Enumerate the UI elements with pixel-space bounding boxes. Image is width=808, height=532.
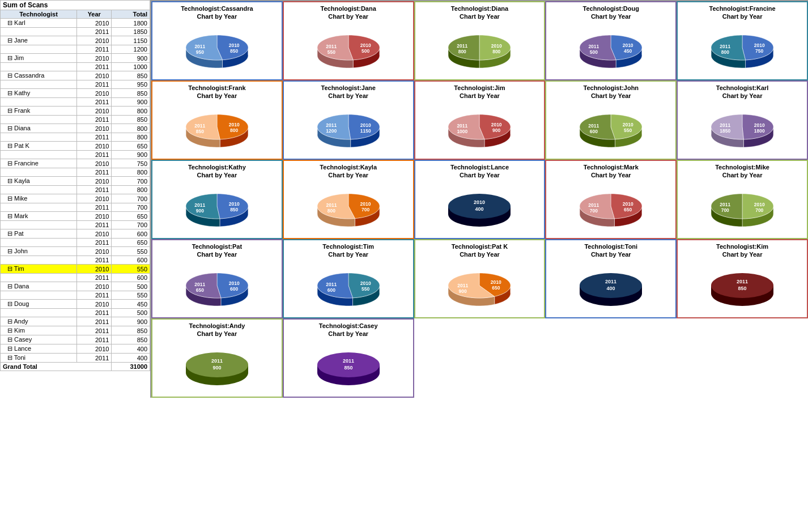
technologist-name: ⊟ Kathy [1, 89, 77, 98]
year-cell: 2011 [77, 186, 112, 194]
year-cell: 2011 [77, 317, 112, 326]
value-cell: 450 [112, 300, 150, 309]
table-row: ⊟ Andy2011900 [1, 317, 150, 326]
table-row: 2011800 [1, 168, 150, 177]
svg-text:2011: 2011 [194, 44, 205, 49]
svg-text:850: 850 [230, 48, 238, 54]
svg-text:800: 800 [721, 49, 729, 55]
year-cell: 2011 [77, 80, 112, 89]
year-cell: 2010 [77, 54, 112, 63]
year-cell: 2011 [77, 151, 112, 159]
empty-cell [1, 63, 77, 71]
table-row: 2011650 [1, 239, 150, 247]
year-cell: 2010 [77, 282, 112, 291]
year-cell: 2010 [77, 212, 112, 221]
table-row: ⊟ Pat K2010650 [1, 142, 150, 151]
chart-svg-container: 2011850 [680, 261, 805, 315]
table-row: ⊟ Mark2010650 [1, 212, 150, 221]
table-row: ⊟ Frank2010800 [1, 107, 150, 116]
technologist-name: ⊟ Dana [1, 282, 77, 291]
svg-text:800: 800 [230, 128, 238, 134]
svg-text:550: 550 [327, 49, 335, 55]
pivot-header-year[interactable]: Year [77, 10, 112, 19]
empty-cell [1, 274, 77, 282]
value-cell: 650 [112, 212, 150, 221]
svg-text:850: 850 [738, 286, 747, 291]
chart-svg-container: 20107002011700 [680, 182, 805, 236]
empty-cell [1, 309, 77, 317]
svg-text:800: 800 [493, 49, 501, 54]
svg-text:850: 850 [196, 129, 204, 134]
year-cell: 2010 [77, 177, 112, 186]
year-cell: 2011 [77, 63, 112, 71]
svg-text:800: 800 [328, 208, 335, 214]
chart-svg-container: 2011400 [548, 261, 673, 315]
year-cell: 2011 [77, 354, 112, 363]
chart-cell: Technologist:JohnChart by Year2010550201… [545, 80, 677, 160]
table-row: 2011600 [1, 256, 150, 265]
technologist-name: ⊟ Frank [1, 107, 77, 116]
svg-text:2010: 2010 [360, 42, 371, 48]
svg-text:800: 800 [458, 49, 466, 54]
table-row: ⊟ Diana2010800 [1, 124, 150, 133]
table-row: 2011700 [1, 221, 150, 229]
year-cell: 2011 [77, 291, 112, 300]
table-row: ⊟ Jim2010900 [1, 54, 150, 63]
year-cell: 2010 [77, 107, 112, 116]
pivot-header-technologist[interactable]: Technologist [1, 10, 77, 19]
table-row: ⊟ John2010550 [1, 247, 150, 256]
chart-cell: Technologist:JaneChart by Year2010115020… [283, 80, 414, 160]
pivot-table: Sum of ScansTechnologistYearTotal⊟ Karl2… [0, 0, 150, 371]
chart-cell: Technologist:KaylaChart by Year201070020… [283, 160, 414, 239]
empty-cell [1, 28, 77, 36]
table-row: ⊟ Pat2010600 [1, 229, 150, 239]
svg-text:2010: 2010 [754, 122, 765, 128]
svg-text:2011: 2011 [326, 203, 337, 208]
svg-text:1800: 1800 [754, 128, 765, 134]
year-cell: 2011 [77, 133, 112, 142]
svg-text:2010: 2010 [229, 122, 240, 128]
svg-text:600: 600 [327, 287, 335, 293]
empty-cell [1, 116, 77, 124]
value-cell: 400 [112, 344, 150, 354]
svg-text:2011: 2011 [589, 44, 599, 49]
year-cell: 2010 [77, 300, 112, 309]
svg-text:2010: 2010 [491, 279, 501, 285]
svg-text:2010: 2010 [360, 122, 371, 128]
chart-cell: Technologist:CassandraChart by Year20108… [151, 1, 283, 80]
svg-text:2011: 2011 [589, 123, 599, 129]
chart-cell: Technologist:ToniChart by Year2011400 [545, 239, 677, 318]
value-cell: 500 [112, 282, 150, 291]
chart-svg-container: 2010180020111850 [680, 103, 805, 156]
chart-svg-container: 20108502011900 [155, 182, 279, 236]
table-row: ⊟ Toni2011400 [1, 354, 150, 363]
technologist-name: ⊟ Francine [1, 159, 77, 168]
svg-text:450: 450 [624, 48, 632, 54]
table-row: 20111200 [1, 45, 150, 54]
svg-text:2010: 2010 [229, 42, 240, 48]
chart-svg-container: 20108002011800 [418, 23, 542, 77]
svg-text:600: 600 [590, 129, 598, 134]
chart-title: Technologist:DougChart by Year [583, 5, 639, 21]
pivot-header-total[interactable]: Total [112, 10, 150, 19]
table-row: 2011600 [1, 274, 150, 282]
chart-svg-container: 20107502011800 [680, 23, 805, 77]
chart-svg-container: 20106502011700 [548, 182, 673, 236]
table-row: 2011800 [1, 133, 150, 142]
year-cell: 2011 [77, 116, 112, 124]
chart-svg-container: 20105002011550 [286, 23, 411, 77]
svg-text:2011: 2011 [326, 282, 337, 287]
table-row: 2011950 [1, 80, 150, 89]
chart-title: Technologist:JimChart by Year [454, 84, 505, 100]
svg-text:2010: 2010 [229, 281, 240, 287]
chart-svg-container: 2010115020111200 [286, 103, 411, 156]
value-cell: 1800 [112, 19, 150, 28]
table-row: ⊟ Jane20101150 [1, 36, 150, 45]
table-row: ⊟ Lance2010400 [1, 344, 150, 354]
svg-text:2011: 2011 [737, 279, 748, 284]
empty-cell [1, 80, 77, 89]
empty-cell [1, 168, 77, 177]
svg-text:2011: 2011 [589, 202, 599, 208]
svg-text:850: 850 [344, 365, 352, 371]
value-cell: 850 [112, 326, 150, 335]
